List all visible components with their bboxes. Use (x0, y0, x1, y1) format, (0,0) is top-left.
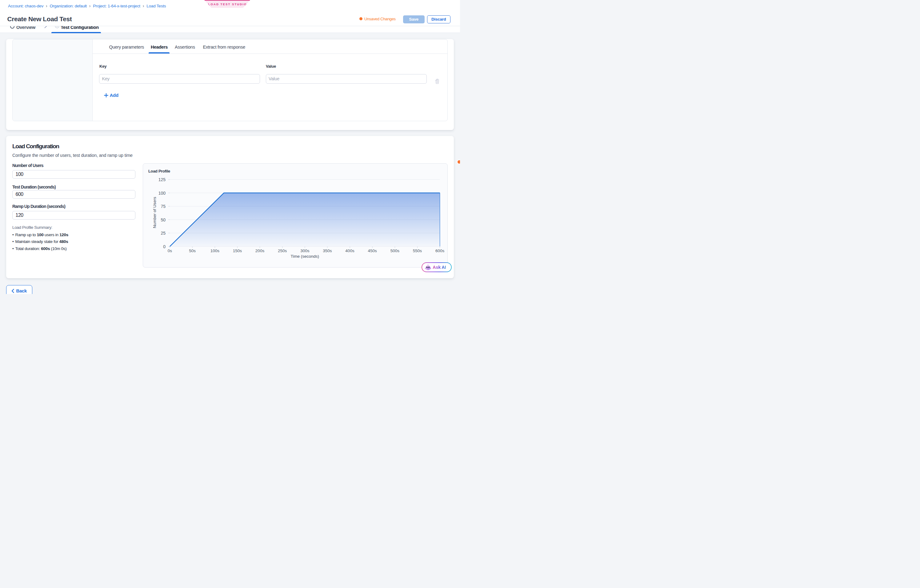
svg-text:300s: 300s (300, 249, 309, 253)
svg-text:350s: 350s (323, 249, 332, 253)
svg-text:Number of Users: Number of Users (152, 197, 157, 228)
svg-text:100: 100 (159, 191, 166, 195)
svg-text:25: 25 (160, 231, 165, 236)
svg-text:550s: 550s (413, 249, 422, 253)
svg-text:500s: 500s (390, 249, 400, 253)
svg-text:125: 125 (159, 177, 166, 182)
svg-text:400s: 400s (345, 249, 355, 253)
svg-text:50: 50 (160, 217, 165, 222)
svg-text:100s: 100s (211, 249, 220, 253)
svg-text:200s: 200s (255, 249, 265, 253)
svg-text:250s: 250s (278, 249, 287, 253)
svg-text:50s: 50s (189, 249, 196, 253)
svg-text:150s: 150s (233, 249, 242, 253)
svg-text:450s: 450s (368, 249, 377, 253)
svg-text:0: 0 (163, 244, 165, 249)
svg-text:Time (seconds): Time (seconds) (291, 254, 319, 258)
svg-text:0s: 0s (168, 249, 172, 253)
svg-text:600s: 600s (436, 249, 445, 253)
svg-text:75: 75 (160, 204, 165, 209)
